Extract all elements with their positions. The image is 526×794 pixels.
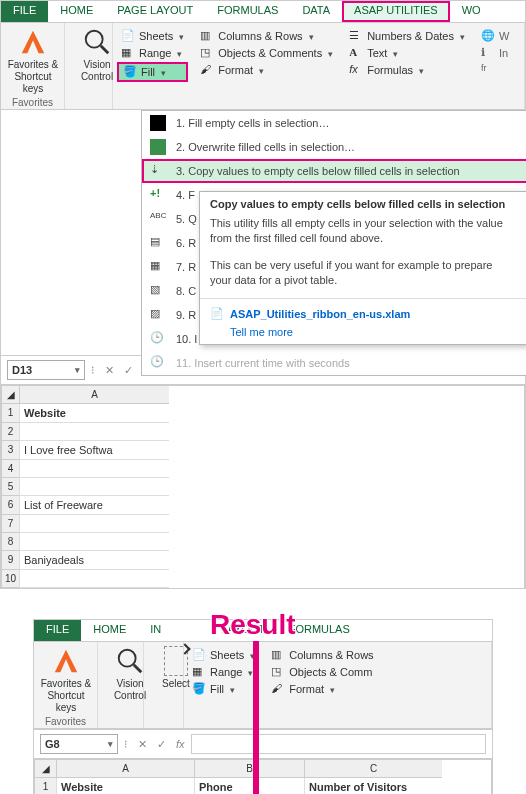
row-header[interactable]: 6 <box>1 496 19 515</box>
favorites-button[interactable]: Favorites & Shortcut keys <box>5 25 61 95</box>
fill-button[interactable]: 🪣Fill <box>117 62 188 82</box>
clock2-icon: 🕒 <box>150 355 166 371</box>
tab-home-2[interactable]: HOME <box>81 620 138 641</box>
confirm-icon[interactable]: ✓ <box>124 364 133 377</box>
spreadsheet[interactable]: ◢ A 1Website 2 3I Love free Softwa 4 5 6… <box>1 385 525 588</box>
result-label: Result <box>210 609 296 641</box>
info-icon: ℹ <box>481 46 495 60</box>
objects-button[interactable]: ◳Objects & Comments <box>196 45 337 61</box>
tab-asap-utilities[interactable]: ASAP Utilities <box>342 1 450 22</box>
globe-icon: 🌐 <box>481 29 495 43</box>
cell[interactable] <box>19 460 169 478</box>
addin-icon: 📄 <box>210 307 224 320</box>
in-button[interactable]: ℹIn <box>477 45 513 61</box>
objects-icon: ◳ <box>200 46 214 60</box>
format-button-2[interactable]: 🖌Format <box>267 681 377 697</box>
clock-icon: 🕒 <box>150 331 166 347</box>
col-header-a2[interactable]: A <box>56 760 194 778</box>
columns-rows-button[interactable]: ▥Columns & Rows <box>196 28 337 44</box>
plus-icon: +! <box>150 187 166 203</box>
cancel-icon[interactable]: ✕ <box>105 364 114 377</box>
row-header[interactable]: 4 <box>1 460 19 478</box>
cursor-icon <box>164 646 188 676</box>
sheets-button[interactable]: 📄Sheets <box>117 28 188 44</box>
format-button[interactable]: 🖌Format <box>196 62 337 78</box>
select-all-corner[interactable]: ◢ <box>1 386 19 404</box>
select-all-corner[interactable]: ◢ <box>34 760 56 778</box>
cell[interactable] <box>19 423 169 441</box>
row-header[interactable]: 8 <box>1 533 19 551</box>
row-header[interactable]: 1 <box>1 404 19 423</box>
fill-icon: 🪣 <box>123 65 137 79</box>
cell[interactable] <box>19 478 169 496</box>
ribbon: Favorites & Shortcut keys Favorites Visi… <box>1 23 525 110</box>
formula-bar[interactable] <box>191 734 486 754</box>
tooltip-file: ASAP_Utilities_ribbon_en-us.xlam <box>230 308 410 320</box>
cell[interactable]: Baniyadeals <box>19 551 169 570</box>
fill-menu-item-11: 🕒11. Insert current time with seconds <box>142 351 526 375</box>
objects-icon: ◳ <box>271 665 285 679</box>
tooltip-body2: This can be very useful if you want for … <box>200 254 526 296</box>
tab-data[interactable]: DATA <box>290 1 342 22</box>
col-header-c2[interactable]: C <box>304 760 442 778</box>
tab-home[interactable]: HOME <box>48 1 105 22</box>
row-header[interactable]: 7 <box>1 515 19 533</box>
row-header[interactable]: 9 <box>1 551 19 570</box>
square-black-icon <box>150 115 166 131</box>
tell-me-more-link[interactable]: Tell me more <box>230 326 293 338</box>
fx-icon: fx <box>349 63 363 77</box>
cell[interactable] <box>19 533 169 551</box>
columns-icon: ▥ <box>271 648 285 662</box>
cells3-icon: ▧ <box>150 283 166 299</box>
row-header[interactable]: 5 <box>1 478 19 496</box>
tab-file-2[interactable]: FILE <box>34 620 81 641</box>
row-header[interactable]: 3 <box>1 441 19 460</box>
tab-layout[interactable]: PAGE LAYOUT <box>105 1 205 22</box>
brush-icon: 🖌 <box>200 63 214 77</box>
tab-formulas[interactable]: FORMULAS <box>205 1 290 22</box>
magnifier-icon <box>115 646 145 676</box>
w-button[interactable]: 🌐W <box>477 28 513 44</box>
confirm-icon[interactable]: ✓ <box>157 738 166 751</box>
cells2-icon: ▦ <box>150 259 166 275</box>
row-header[interactable]: 2 <box>1 423 19 441</box>
cell[interactable] <box>19 570 169 588</box>
numbers-dates-button[interactable]: ☰Numbers & Dates <box>345 28 469 44</box>
svg-point-0 <box>86 31 103 48</box>
text-button[interactable]: AText <box>345 45 469 61</box>
fr-button[interactable]: fr <box>477 62 513 74</box>
formulas-button[interactable]: fxFormulas <box>345 62 469 78</box>
name-box[interactable]: D13▾ <box>7 360 85 380</box>
favorites-button-2[interactable]: Favorites & Shortcut keys <box>38 644 94 714</box>
columns-rows-button-2[interactable]: ▥Columns & Rows <box>267 647 377 663</box>
cell[interactable] <box>19 515 169 533</box>
fill-menu-item-1[interactable]: 1. Fill empty cells in selection… <box>142 111 526 135</box>
copy-down-icon: ⇣ <box>150 163 166 179</box>
fill-menu-item-2[interactable]: 2. Overwrite filled cells in selection… <box>142 135 526 159</box>
tab-insert-2[interactable]: IN <box>138 620 173 641</box>
fx-icon[interactable]: fx <box>176 738 185 750</box>
chevron-down-icon[interactable]: ▾ <box>75 365 80 375</box>
fill-menu-item-3[interactable]: ⇣3. Copy values to empty cells below fil… <box>142 159 526 183</box>
abc-icon: ABC <box>150 211 166 227</box>
row-header[interactable]: 10 <box>1 570 19 588</box>
col-header-a[interactable]: A <box>19 386 169 404</box>
cell[interactable]: Website <box>19 404 169 423</box>
list-icon: ☰ <box>349 29 363 43</box>
cells-icon: ▤ <box>150 235 166 251</box>
name-box-2[interactable]: G8▾ <box>40 734 118 754</box>
fill-icon: 🪣 <box>192 682 206 696</box>
cancel-icon[interactable]: ✕ <box>138 738 147 751</box>
range-button[interactable]: ▦Range <box>117 45 188 61</box>
objects-button-2[interactable]: ◳Objects & Comm <box>267 664 377 680</box>
arrow-icon <box>244 641 268 794</box>
sheets-icon: 📄 <box>121 29 135 43</box>
cell[interactable]: List of Freeware <box>19 496 169 515</box>
chevron-down-icon[interactable]: ▾ <box>108 739 113 749</box>
text-icon: A <box>349 46 363 60</box>
cell[interactable]: I Love free Softwa <box>19 441 169 460</box>
tooltip-body1: This utility fills all empty cells in yo… <box>200 212 526 254</box>
tooltip-title: Copy values to empty cells below filled … <box>200 192 526 212</box>
tab-wo[interactable]: Wo <box>450 1 493 22</box>
tab-file[interactable]: FILE <box>1 1 48 22</box>
